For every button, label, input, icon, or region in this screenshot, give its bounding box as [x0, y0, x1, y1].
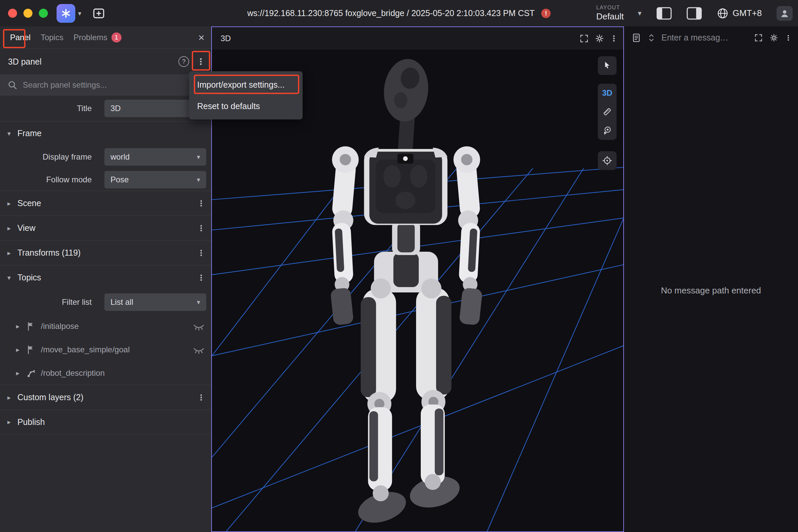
interact-tool-button[interactable]	[598, 56, 617, 75]
panel-settings-button[interactable]	[594, 34, 605, 43]
kebab-menu-icon[interactable]	[197, 198, 205, 209]
raw-messages-body: No message path entered	[624, 49, 798, 532]
raw-messages-header	[624, 26, 798, 49]
filter-list-select[interactable]: List all ▾	[105, 293, 206, 311]
fullscreen-button[interactable]	[579, 34, 589, 43]
section-topics-label: Topics	[17, 273, 41, 282]
topic-row-move-base-simple-goal[interactable]: ▸ /move_base_simple/goal	[0, 338, 211, 361]
panel-settings-kebab-button[interactable]	[197, 56, 205, 68]
search-input[interactable]	[23, 80, 204, 90]
topic-row-robot-description[interactable]: ▸ /robot_description	[0, 361, 211, 385]
layout-selector[interactable]: LAYOUT Default ▾	[596, 5, 641, 22]
chevron-down-icon: ▾	[5, 130, 13, 137]
user-avatar[interactable]	[777, 6, 793, 21]
follow-mode-select[interactable]: Pose ▾	[105, 171, 206, 188]
follow-target-button[interactable]	[598, 151, 617, 170]
app-menu-chevron-icon[interactable]: ▾	[78, 10, 81, 17]
minimize-window-button[interactable]	[23, 9, 33, 18]
section-topics[interactable]: ▾ Topics	[0, 265, 211, 290]
panel-menu-button[interactable]	[610, 34, 618, 43]
tab-topics[interactable]: Topics	[40, 33, 63, 42]
visibility-off-icon[interactable]	[193, 345, 205, 354]
section-frame[interactable]: ▾ Frame	[0, 121, 211, 145]
display-frame-select[interactable]: world ▾	[105, 148, 206, 166]
window-controls	[8, 9, 48, 18]
kebab-menu-icon[interactable]	[197, 272, 205, 283]
crosshair-icon	[602, 155, 613, 166]
sort-chevrons-icon[interactable]	[647, 33, 655, 43]
left-sidebar-icon	[656, 7, 672, 20]
panel-settings-header: 3D panel ?	[0, 49, 211, 74]
follow-mode-row: Follow mode Pose ▾	[0, 169, 211, 191]
fullscreen-icon	[754, 33, 763, 42]
filter-list-label: Filter list	[0, 298, 99, 307]
layout-value: Default	[596, 12, 624, 22]
kebab-menu-icon[interactable]	[197, 248, 205, 258]
section-publish-label: Publish	[17, 417, 45, 427]
globe-icon	[717, 7, 729, 19]
topic-name: /initialpose	[41, 322, 79, 331]
section-publish[interactable]: ▸ Publish	[0, 410, 211, 434]
chevron-right-icon: ▸	[5, 224, 13, 232]
filter-list-value: List all	[110, 298, 133, 307]
3d-scene	[212, 50, 623, 531]
view-3d-toggle-button[interactable]: 3D	[598, 84, 617, 102]
display-frame-label: Display frame	[0, 152, 99, 162]
chevron-right-icon: ▸	[5, 249, 13, 257]
robot-arm-icon	[26, 368, 36, 378]
chevron-down-icon: ▾	[5, 274, 13, 282]
add-panel-icon	[91, 6, 106, 21]
panel-settings-button[interactable]	[769, 33, 779, 42]
viewport-toolbar: 3D	[598, 56, 617, 170]
menu-item-reset-to-defaults[interactable]: Reset to defaults	[189, 95, 302, 117]
menu-item-import-export-settings[interactable]: Import/export settings...	[189, 74, 302, 95]
tab-panel[interactable]: Panel	[10, 33, 31, 42]
panel-settings-search	[0, 74, 211, 96]
title-input-value: 3D	[110, 104, 121, 113]
follow-mode-value: Pose	[110, 175, 129, 184]
section-view[interactable]: ▸ View	[0, 215, 211, 240]
timezone-selector[interactable]: GMT+8	[717, 7, 762, 19]
close-sidebar-button[interactable]: ×	[198, 32, 205, 43]
kebab-menu-icon[interactable]	[197, 392, 205, 403]
section-custom-layers-label: Custom layers (2)	[17, 393, 83, 402]
measure-tool-button[interactable]	[598, 102, 617, 121]
close-window-button[interactable]	[8, 9, 17, 18]
viewport-tool-group: 3D	[598, 84, 617, 140]
titlebar-right: LAYOUT Default ▾	[596, 5, 793, 22]
fullscreen-icon	[579, 34, 589, 43]
message-path-input[interactable]	[662, 33, 748, 42]
fullscreen-button[interactable]	[754, 33, 763, 42]
tab-problems[interactable]: Problems 1	[73, 33, 121, 42]
gear-icon	[769, 33, 779, 42]
gear-icon	[594, 34, 605, 43]
right-sidebar-icon	[687, 7, 702, 20]
foxglove-logo[interactable]	[57, 4, 75, 23]
3d-viewport[interactable]: 3D	[212, 50, 623, 531]
empty-state-text: No message path entered	[661, 285, 761, 296]
chevron-down-icon: ▾	[197, 298, 200, 306]
chevron-right-icon: ▸	[5, 394, 13, 401]
flag-icon	[26, 345, 36, 355]
publish-point-button[interactable]	[598, 121, 617, 140]
section-custom-layers[interactable]: ▸ Custom layers (2)	[0, 385, 211, 410]
add-panel-button[interactable]	[91, 6, 106, 21]
panel-raw-messages: No message path entered	[624, 26, 798, 532]
panel-menu-button[interactable]	[785, 33, 792, 42]
left-sidebar-toggle-button[interactable]	[656, 7, 672, 20]
asterisk-icon	[60, 8, 72, 19]
chevron-right-icon: ▸	[14, 346, 21, 354]
right-sidebar-toggle-button[interactable]	[687, 7, 702, 20]
settings-sidebar: Panel Topics Problems 1 × 3D panel ? Tit…	[0, 26, 211, 532]
kebab-menu-icon[interactable]	[197, 223, 205, 233]
visibility-off-icon[interactable]	[193, 322, 205, 331]
connection-text[interactable]: ws://192.168.11.230:8765 foxglove_bridge…	[247, 8, 535, 18]
section-scene[interactable]: ▸ Scene	[0, 191, 211, 215]
zoom-window-button[interactable]	[39, 9, 48, 18]
error-badge[interactable]: !	[541, 9, 551, 18]
help-icon[interactable]: ?	[179, 56, 189, 67]
topic-row-initialpose[interactable]: ▸ /initialpose	[0, 315, 211, 338]
section-transforms[interactable]: ▸ Transforms (119)	[0, 240, 211, 265]
chevron-down-icon: ▾	[197, 153, 200, 161]
sidebar-tabs: Panel Topics Problems 1 ×	[0, 26, 211, 49]
